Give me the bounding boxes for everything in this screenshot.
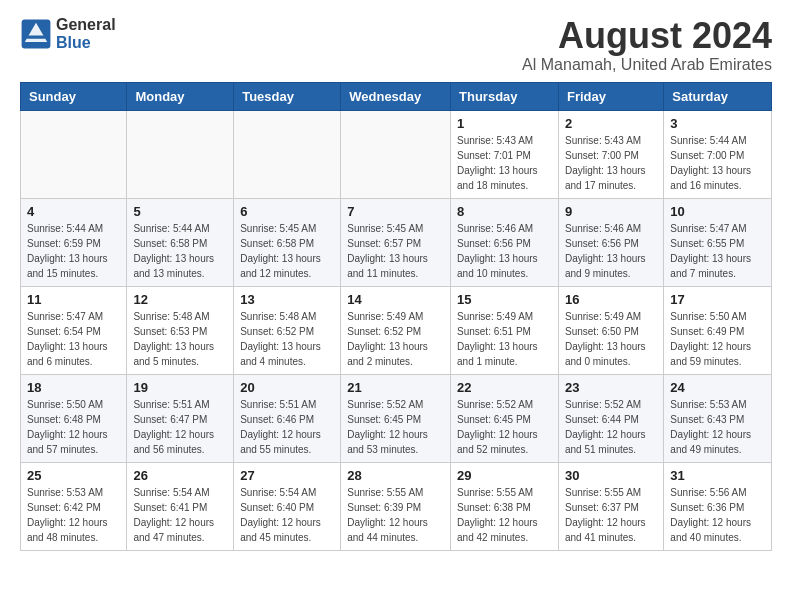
logo-blue-text: Blue: [56, 34, 116, 52]
weekday-header-monday: Monday: [127, 82, 234, 110]
day-detail: Sunrise: 5:43 AM Sunset: 7:01 PM Dayligh…: [457, 133, 552, 193]
day-number: 4: [27, 204, 120, 219]
calendar-cell: 13Sunrise: 5:48 AM Sunset: 6:52 PM Dayli…: [234, 286, 341, 374]
weekday-header-thursday: Thursday: [451, 82, 559, 110]
day-detail: Sunrise: 5:50 AM Sunset: 6:48 PM Dayligh…: [27, 397, 120, 457]
day-number: 26: [133, 468, 227, 483]
day-number: 12: [133, 292, 227, 307]
calendar-cell: [21, 110, 127, 198]
day-detail: Sunrise: 5:55 AM Sunset: 6:39 PM Dayligh…: [347, 485, 444, 545]
calendar-cell: 23Sunrise: 5:52 AM Sunset: 6:44 PM Dayli…: [558, 374, 663, 462]
calendar-cell: 26Sunrise: 5:54 AM Sunset: 6:41 PM Dayli…: [127, 462, 234, 550]
weekday-header-saturday: Saturday: [664, 82, 772, 110]
weekday-header-row: SundayMondayTuesdayWednesdayThursdayFrid…: [21, 82, 772, 110]
day-detail: Sunrise: 5:53 AM Sunset: 6:42 PM Dayligh…: [27, 485, 120, 545]
day-number: 16: [565, 292, 657, 307]
calendar-cell: 15Sunrise: 5:49 AM Sunset: 6:51 PM Dayli…: [451, 286, 559, 374]
day-detail: Sunrise: 5:48 AM Sunset: 6:52 PM Dayligh…: [240, 309, 334, 369]
day-detail: Sunrise: 5:45 AM Sunset: 6:58 PM Dayligh…: [240, 221, 334, 281]
day-number: 25: [27, 468, 120, 483]
day-detail: Sunrise: 5:52 AM Sunset: 6:45 PM Dayligh…: [457, 397, 552, 457]
day-number: 14: [347, 292, 444, 307]
logo-text: General Blue: [56, 16, 116, 51]
calendar-week-row: 4Sunrise: 5:44 AM Sunset: 6:59 PM Daylig…: [21, 198, 772, 286]
calendar-cell: 5Sunrise: 5:44 AM Sunset: 6:58 PM Daylig…: [127, 198, 234, 286]
calendar-cell: [127, 110, 234, 198]
day-number: 8: [457, 204, 552, 219]
day-number: 22: [457, 380, 552, 395]
calendar-cell: 16Sunrise: 5:49 AM Sunset: 6:50 PM Dayli…: [558, 286, 663, 374]
weekday-header-sunday: Sunday: [21, 82, 127, 110]
calendar-cell: 6Sunrise: 5:45 AM Sunset: 6:58 PM Daylig…: [234, 198, 341, 286]
day-number: 21: [347, 380, 444, 395]
day-number: 6: [240, 204, 334, 219]
day-detail: Sunrise: 5:48 AM Sunset: 6:53 PM Dayligh…: [133, 309, 227, 369]
day-number: 2: [565, 116, 657, 131]
month-title: August 2024: [522, 16, 772, 56]
day-number: 5: [133, 204, 227, 219]
page-header: General Blue August 2024 Al Manamah, Uni…: [20, 16, 772, 74]
day-detail: Sunrise: 5:44 AM Sunset: 6:59 PM Dayligh…: [27, 221, 120, 281]
day-detail: Sunrise: 5:47 AM Sunset: 6:54 PM Dayligh…: [27, 309, 120, 369]
day-number: 17: [670, 292, 765, 307]
day-number: 27: [240, 468, 334, 483]
day-detail: Sunrise: 5:54 AM Sunset: 6:40 PM Dayligh…: [240, 485, 334, 545]
day-number: 3: [670, 116, 765, 131]
calendar-week-row: 18Sunrise: 5:50 AM Sunset: 6:48 PM Dayli…: [21, 374, 772, 462]
title-area: August 2024 Al Manamah, United Arab Emir…: [522, 16, 772, 74]
day-number: 20: [240, 380, 334, 395]
calendar-cell: 29Sunrise: 5:55 AM Sunset: 6:38 PM Dayli…: [451, 462, 559, 550]
calendar-header: SundayMondayTuesdayWednesdayThursdayFrid…: [21, 82, 772, 110]
calendar-cell: 19Sunrise: 5:51 AM Sunset: 6:47 PM Dayli…: [127, 374, 234, 462]
calendar-cell: 31Sunrise: 5:56 AM Sunset: 6:36 PM Dayli…: [664, 462, 772, 550]
day-number: 31: [670, 468, 765, 483]
calendar-week-row: 11Sunrise: 5:47 AM Sunset: 6:54 PM Dayli…: [21, 286, 772, 374]
weekday-header-friday: Friday: [558, 82, 663, 110]
calendar-cell: 18Sunrise: 5:50 AM Sunset: 6:48 PM Dayli…: [21, 374, 127, 462]
calendar-cell: 22Sunrise: 5:52 AM Sunset: 6:45 PM Dayli…: [451, 374, 559, 462]
day-detail: Sunrise: 5:44 AM Sunset: 6:58 PM Dayligh…: [133, 221, 227, 281]
day-number: 9: [565, 204, 657, 219]
day-detail: Sunrise: 5:49 AM Sunset: 6:52 PM Dayligh…: [347, 309, 444, 369]
day-detail: Sunrise: 5:56 AM Sunset: 6:36 PM Dayligh…: [670, 485, 765, 545]
weekday-header-wednesday: Wednesday: [341, 82, 451, 110]
calendar-cell: 25Sunrise: 5:53 AM Sunset: 6:42 PM Dayli…: [21, 462, 127, 550]
day-detail: Sunrise: 5:53 AM Sunset: 6:43 PM Dayligh…: [670, 397, 765, 457]
calendar-cell: 20Sunrise: 5:51 AM Sunset: 6:46 PM Dayli…: [234, 374, 341, 462]
calendar-cell: 30Sunrise: 5:55 AM Sunset: 6:37 PM Dayli…: [558, 462, 663, 550]
day-number: 30: [565, 468, 657, 483]
day-number: 10: [670, 204, 765, 219]
calendar-cell: 17Sunrise: 5:50 AM Sunset: 6:49 PM Dayli…: [664, 286, 772, 374]
calendar-cell: 27Sunrise: 5:54 AM Sunset: 6:40 PM Dayli…: [234, 462, 341, 550]
calendar-cell: 8Sunrise: 5:46 AM Sunset: 6:56 PM Daylig…: [451, 198, 559, 286]
day-number: 13: [240, 292, 334, 307]
day-number: 7: [347, 204, 444, 219]
logo-icon: [20, 18, 52, 50]
day-number: 29: [457, 468, 552, 483]
calendar-cell: 10Sunrise: 5:47 AM Sunset: 6:55 PM Dayli…: [664, 198, 772, 286]
day-detail: Sunrise: 5:46 AM Sunset: 6:56 PM Dayligh…: [457, 221, 552, 281]
day-number: 19: [133, 380, 227, 395]
day-number: 18: [27, 380, 120, 395]
day-number: 23: [565, 380, 657, 395]
day-detail: Sunrise: 5:50 AM Sunset: 6:49 PM Dayligh…: [670, 309, 765, 369]
day-detail: Sunrise: 5:52 AM Sunset: 6:45 PM Dayligh…: [347, 397, 444, 457]
calendar-cell: 2Sunrise: 5:43 AM Sunset: 7:00 PM Daylig…: [558, 110, 663, 198]
day-detail: Sunrise: 5:43 AM Sunset: 7:00 PM Dayligh…: [565, 133, 657, 193]
calendar-cell: 11Sunrise: 5:47 AM Sunset: 6:54 PM Dayli…: [21, 286, 127, 374]
day-number: 24: [670, 380, 765, 395]
day-number: 11: [27, 292, 120, 307]
calendar-week-row: 25Sunrise: 5:53 AM Sunset: 6:42 PM Dayli…: [21, 462, 772, 550]
day-detail: Sunrise: 5:52 AM Sunset: 6:44 PM Dayligh…: [565, 397, 657, 457]
day-detail: Sunrise: 5:55 AM Sunset: 6:38 PM Dayligh…: [457, 485, 552, 545]
calendar-cell: 14Sunrise: 5:49 AM Sunset: 6:52 PM Dayli…: [341, 286, 451, 374]
calendar-body: 1Sunrise: 5:43 AM Sunset: 7:01 PM Daylig…: [21, 110, 772, 550]
calendar-week-row: 1Sunrise: 5:43 AM Sunset: 7:01 PM Daylig…: [21, 110, 772, 198]
weekday-header-tuesday: Tuesday: [234, 82, 341, 110]
day-detail: Sunrise: 5:51 AM Sunset: 6:47 PM Dayligh…: [133, 397, 227, 457]
calendar-cell: [341, 110, 451, 198]
logo: General Blue: [20, 16, 116, 51]
svg-rect-2: [26, 35, 45, 38]
day-detail: Sunrise: 5:55 AM Sunset: 6:37 PM Dayligh…: [565, 485, 657, 545]
day-detail: Sunrise: 5:46 AM Sunset: 6:56 PM Dayligh…: [565, 221, 657, 281]
